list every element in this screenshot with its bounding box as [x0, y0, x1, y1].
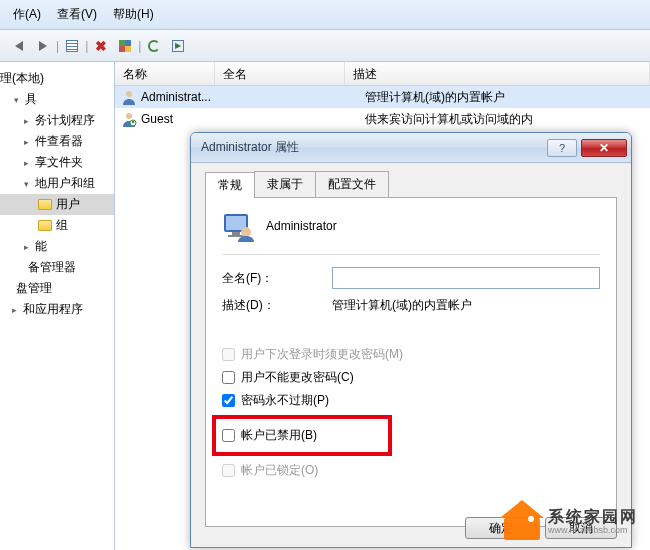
- checkbox-locked: [222, 464, 235, 477]
- tree-devicemanager[interactable]: 备管理器: [0, 257, 114, 278]
- svg-rect-6: [228, 235, 244, 237]
- close-button[interactable]: ✕: [581, 139, 627, 157]
- col-fullname[interactable]: 全名: [215, 62, 345, 85]
- svg-rect-5: [232, 232, 240, 235]
- checkbox-mustchange: [222, 348, 235, 361]
- cell-name: Guest: [141, 112, 235, 126]
- tree-scheduler[interactable]: ▸务计划程序: [0, 110, 114, 131]
- user-icon: [121, 111, 137, 127]
- delete-button[interactable]: ✖: [90, 35, 112, 57]
- list-icon: [66, 40, 78, 52]
- tree-diskmgmt[interactable]: 盘管理: [0, 278, 114, 299]
- nav-forward-button[interactable]: [32, 35, 54, 57]
- checkbox-disabled[interactable]: [222, 429, 235, 442]
- refresh-icon: [148, 40, 160, 52]
- description-text: 管理计算机(域)的内置帐户: [332, 297, 600, 314]
- expand-icon: ▸: [22, 116, 31, 125]
- check-cannotchange[interactable]: 用户不能更改密码(C): [222, 369, 600, 386]
- user-avatar-icon: [222, 210, 254, 242]
- tab-profile[interactable]: 配置文件: [315, 171, 389, 197]
- tree-localusers[interactable]: ▾地用户和组: [0, 173, 114, 194]
- dialog-titlebar[interactable]: Administrator 属性 ? ✕: [191, 133, 631, 163]
- expand-icon: ▸: [22, 158, 31, 167]
- tree-performance[interactable]: ▸能: [0, 236, 114, 257]
- nav-back-button[interactable]: [8, 35, 30, 57]
- folder-icon: [38, 199, 52, 210]
- play-icon: ▶: [172, 40, 184, 52]
- tree-users[interactable]: 用户: [0, 194, 114, 215]
- cell-name: Administrat...: [141, 90, 235, 104]
- refresh-button[interactable]: [143, 35, 165, 57]
- checkbox-cannotchange[interactable]: [222, 371, 235, 384]
- dialog-buttons: 确定 取消: [465, 517, 617, 539]
- check-mustchange: 用户下次登录时须更改密码(M): [222, 346, 600, 363]
- help-button[interactable]: ?: [547, 139, 577, 157]
- toolbar-separator: |: [56, 39, 59, 53]
- collapse-icon: ▾: [12, 95, 21, 104]
- expand-icon: ▸: [22, 242, 31, 251]
- list-row-admin[interactable]: Administrat... 管理计算机(域)的内置帐户: [115, 86, 650, 108]
- svg-point-0: [126, 91, 132, 97]
- col-name[interactable]: 名称: [115, 62, 215, 85]
- x-icon: ✖: [95, 38, 107, 54]
- cell-desc: 供来宾访问计算机或访问域的内: [365, 111, 650, 128]
- menubar: 作(A) 查看(V) 帮助(H): [0, 0, 650, 30]
- description-label: 描述(D)：: [222, 297, 332, 314]
- folder-icon: [38, 220, 52, 231]
- collapse-icon: ▾: [22, 179, 31, 188]
- check-locked: 帐户已锁定(O): [222, 462, 600, 479]
- toolbar-separator: |: [138, 39, 141, 53]
- arrow-right-icon: [39, 41, 47, 51]
- menu-view[interactable]: 查看(V): [49, 6, 105, 23]
- highlight-box: 帐户已禁用(B): [212, 415, 392, 456]
- expand-icon: ▸: [10, 305, 19, 314]
- svg-point-1: [126, 113, 132, 119]
- toolbar-grid-button[interactable]: [114, 35, 136, 57]
- list-row-guest[interactable]: Guest 供来宾访问计算机或访问域的内: [115, 108, 650, 130]
- close-icon: ✕: [599, 141, 609, 155]
- tab-general[interactable]: 常规: [205, 172, 255, 198]
- svg-point-2: [130, 120, 136, 126]
- grid-icon: [119, 40, 131, 52]
- tab-memberof[interactable]: 隶属于: [254, 171, 316, 197]
- tree-tools[interactable]: ▾具: [0, 89, 114, 110]
- tab-strip: 常规 隶属于 配置文件: [205, 171, 631, 197]
- toolbar: | | ✖ | ▶: [0, 30, 650, 62]
- user-icon: [121, 89, 137, 105]
- cancel-button[interactable]: 取消: [545, 517, 617, 539]
- tree-eventviewer[interactable]: ▸件查看器: [0, 131, 114, 152]
- tab-panel: Administrator 全名(F)： 描述(D)： 管理计算机(域)的内置帐…: [205, 197, 617, 527]
- svg-rect-4: [226, 216, 246, 230]
- check-disabled[interactable]: 帐户已禁用(B): [222, 427, 382, 444]
- fullname-input[interactable]: [332, 267, 600, 289]
- tree-groups[interactable]: 组: [0, 215, 114, 236]
- username-text: Administrator: [266, 219, 337, 233]
- ok-button[interactable]: 确定: [465, 517, 537, 539]
- list-header: 名称 全名 描述: [115, 62, 650, 86]
- checkbox-neverexpire[interactable]: [222, 394, 235, 407]
- menu-help[interactable]: 帮助(H): [105, 6, 162, 23]
- toolbar-list-button[interactable]: [61, 35, 83, 57]
- properties-dialog: Administrator 属性 ? ✕ 常规 隶属于 配置文件 Adminis…: [190, 132, 632, 548]
- fullname-label: 全名(F)：: [222, 270, 332, 287]
- dialog-title: Administrator 属性: [201, 139, 543, 156]
- expand-icon: ▸: [22, 137, 31, 146]
- tree-sharedfolders[interactable]: ▸享文件夹: [0, 152, 114, 173]
- menu-action[interactable]: 作(A): [5, 6, 49, 23]
- arrow-left-icon: [15, 41, 23, 51]
- divider: [222, 254, 600, 255]
- tree-services[interactable]: ▸和应用程序: [0, 299, 114, 320]
- svg-point-7: [241, 227, 251, 237]
- toolbar-play-button[interactable]: ▶: [167, 35, 189, 57]
- check-neverexpire[interactable]: 密码永不过期(P): [222, 392, 600, 409]
- question-icon: ?: [559, 142, 565, 154]
- tree-root[interactable]: 理(本地): [0, 68, 114, 89]
- cell-desc: 管理计算机(域)的内置帐户: [365, 89, 650, 106]
- col-description[interactable]: 描述: [345, 62, 650, 85]
- toolbar-separator: |: [85, 39, 88, 53]
- nav-tree: 理(本地) ▾具 ▸务计划程序 ▸件查看器 ▸享文件夹 ▾地用户和组 用户 组 …: [0, 62, 115, 550]
